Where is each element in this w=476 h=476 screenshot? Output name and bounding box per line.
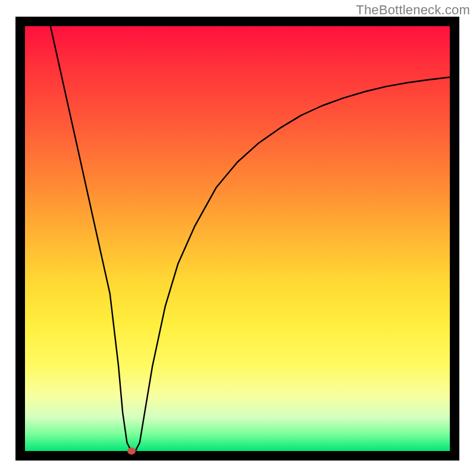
bottleneck-curve xyxy=(25,26,450,451)
plot-area xyxy=(25,26,450,451)
chart-frame xyxy=(15,17,459,461)
chart-stage: TheBottleneck.com xyxy=(0,0,476,476)
watermark-text: TheBottleneck.com xyxy=(356,2,470,18)
minimum-marker xyxy=(127,447,136,455)
